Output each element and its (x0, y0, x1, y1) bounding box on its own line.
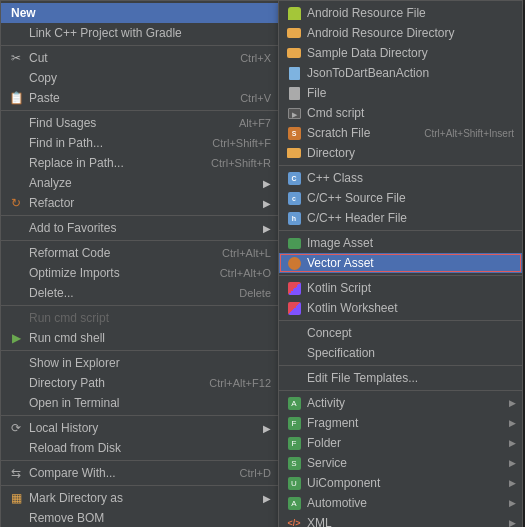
separator-3 (1, 215, 279, 216)
history-icon: ⟳ (7, 421, 25, 435)
right-item-scratch-file[interactable]: S Scratch File Ctrl+Alt+Shift+Insert (279, 123, 522, 143)
right-sep-6 (279, 390, 522, 391)
separator-6 (1, 350, 279, 351)
service-icon: S (285, 457, 303, 470)
fragment-icon: F (285, 417, 303, 430)
separator-7 (1, 415, 279, 416)
right-menu: Android Resource File Android Resource D… (278, 0, 523, 527)
cut-icon: ✂ (7, 51, 25, 65)
right-item-directory[interactable]: Directory (279, 143, 522, 163)
refactor-arrow: ▶ (263, 198, 271, 209)
menu-item-optimize-imports[interactable]: Optimize Imports Ctrl+Alt+O (1, 263, 279, 283)
context-menu-container: New Link C++ Project with Gradle ✂ Cut C… (0, 0, 280, 527)
menu-item-analyze[interactable]: Analyze ▶ (1, 173, 279, 193)
menu-item-link-cpp[interactable]: Link C++ Project with Gradle (1, 23, 279, 43)
scratch-file-icon: S (285, 127, 303, 140)
menu-item-delete[interactable]: Delete... Delete (1, 283, 279, 303)
right-item-cmd-script[interactable]: ▶ Cmd script (279, 103, 522, 123)
cpp-source-icon: c (285, 192, 303, 205)
menu-item-refactor[interactable]: ↻ Refactor ▶ (1, 193, 279, 213)
android-res-dir-icon (285, 28, 303, 38)
left-menu: New Link C++ Project with Gradle ✂ Cut C… (0, 0, 280, 527)
separator-2 (1, 110, 279, 111)
right-item-cpp-class[interactable]: C C++ Class (279, 168, 522, 188)
right-item-android-resource[interactable]: Android Resource File (279, 3, 522, 23)
right-sep-1 (279, 165, 522, 166)
right-item-file[interactable]: File (279, 83, 522, 103)
right-item-ui-component[interactable]: U UiComponent (279, 473, 522, 493)
history-arrow: ▶ (263, 423, 271, 434)
menu-item-mark-directory[interactable]: ▦ Mark Directory as ▶ (1, 488, 279, 508)
folder-icon: F (285, 437, 303, 450)
menu-item-open-terminal[interactable]: Open in Terminal (1, 393, 279, 413)
menu-item-run-cmd-shell[interactable]: ▶ Run cmd shell (1, 328, 279, 348)
left-menu-header: New (1, 3, 279, 23)
json-dart-icon (285, 67, 303, 80)
right-sep-3 (279, 275, 522, 276)
mark-dir-arrow: ▶ (263, 493, 271, 504)
sample-data-dir-icon (285, 48, 303, 58)
separator-4 (1, 240, 279, 241)
xml-icon: </> (285, 518, 303, 527)
menu-item-run-cmd-script: Run cmd script (1, 308, 279, 328)
kotlin-worksheet-icon (285, 302, 303, 315)
right-item-vector-asset[interactable]: Vector Asset (279, 253, 522, 273)
activity-icon: A (285, 397, 303, 410)
cpp-class-icon: C (285, 172, 303, 185)
right-item-concept[interactable]: Concept (279, 323, 522, 343)
ui-component-icon: U (285, 477, 303, 490)
run-shell-icon: ▶ (7, 331, 25, 345)
right-sep-2 (279, 230, 522, 231)
menu-item-remove-bom[interactable]: Remove BOM (1, 508, 279, 527)
menu-item-compare-with[interactable]: ⇆ Compare With... Ctrl+D (1, 463, 279, 483)
right-item-image-asset[interactable]: Image Asset (279, 233, 522, 253)
right-item-json-dart[interactable]: JsonToDartBeanAction (279, 63, 522, 83)
right-item-android-resource-dir[interactable]: Android Resource Directory (279, 23, 522, 43)
right-item-folder[interactable]: F Folder (279, 433, 522, 453)
separator-1 (1, 45, 279, 46)
menu-item-reformat-code[interactable]: Reformat Code Ctrl+Alt+L (1, 243, 279, 263)
right-item-edit-file-templates[interactable]: Edit File Templates... (279, 368, 522, 388)
analyze-arrow: ▶ (263, 178, 271, 189)
separator-5 (1, 305, 279, 306)
cpp-header-icon: h (285, 212, 303, 225)
refactor-icon: ↻ (7, 196, 25, 210)
right-sep-4 (279, 320, 522, 321)
menu-item-cut[interactable]: ✂ Cut Ctrl+X (1, 48, 279, 68)
paste-icon: 📋 (7, 91, 25, 105)
menu-item-replace-in-path[interactable]: Replace in Path... Ctrl+Shift+R (1, 153, 279, 173)
right-item-service[interactable]: S Service (279, 453, 522, 473)
menu-item-reload-disk[interactable]: Reload from Disk (1, 438, 279, 458)
menu-item-find-usages[interactable]: Find Usages Alt+F7 (1, 113, 279, 133)
right-item-activity[interactable]: A Activity (279, 393, 522, 413)
right-item-specification[interactable]: Specification (279, 343, 522, 363)
cmd-icon: ▶ (285, 108, 303, 119)
kotlin-script-icon (285, 282, 303, 295)
directory-icon (285, 148, 303, 158)
menu-item-find-in-path[interactable]: Find in Path... Ctrl+Shift+F (1, 133, 279, 153)
android-res-icon (285, 7, 303, 20)
menu-item-directory-path[interactable]: Directory Path Ctrl+Alt+F12 (1, 373, 279, 393)
compare-icon: ⇆ (7, 466, 25, 480)
menu-item-add-favorites[interactable]: Add to Favorites ▶ (1, 218, 279, 238)
favorites-arrow: ▶ (263, 223, 271, 234)
separator-8 (1, 460, 279, 461)
right-item-xml[interactable]: </> XML (279, 513, 522, 527)
right-sep-5 (279, 365, 522, 366)
right-item-automotive[interactable]: A Automotive (279, 493, 522, 513)
automotive-icon: A (285, 497, 303, 510)
menu-item-show-explorer[interactable]: Show in Explorer (1, 353, 279, 373)
right-item-cpp-header[interactable]: h C/C++ Header File (279, 208, 522, 228)
right-item-fragment[interactable]: F Fragment (279, 413, 522, 433)
right-item-cpp-source[interactable]: c C/C++ Source File (279, 188, 522, 208)
mark-dir-icon: ▦ (7, 491, 25, 505)
image-asset-icon (285, 238, 303, 249)
menu-item-paste[interactable]: 📋 Paste Ctrl+V (1, 88, 279, 108)
menu-item-copy[interactable]: Copy (1, 68, 279, 88)
right-item-sample-data-dir[interactable]: Sample Data Directory (279, 43, 522, 63)
right-item-kotlin-script[interactable]: Kotlin Script (279, 278, 522, 298)
vector-asset-icon (285, 257, 303, 270)
right-item-kotlin-worksheet[interactable]: Kotlin Worksheet (279, 298, 522, 318)
menu-item-local-history[interactable]: ⟳ Local History ▶ (1, 418, 279, 438)
separator-9 (1, 485, 279, 486)
